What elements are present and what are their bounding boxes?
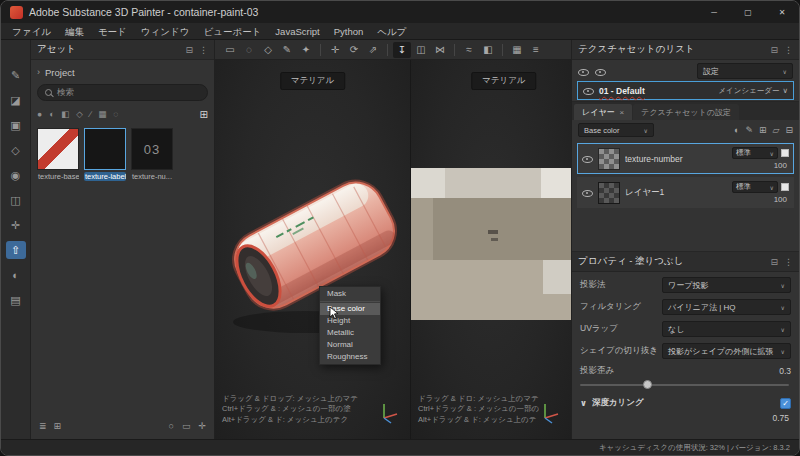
- projection-tool-icon[interactable]: ▣: [6, 116, 26, 134]
- add-folder-icon[interactable]: ▱: [773, 125, 780, 135]
- uv-wrap-dropdown[interactable]: なし ∨: [662, 321, 791, 337]
- slider-knob[interactable]: [643, 380, 652, 389]
- filter-environments-icon[interactable]: ◌: [113, 109, 118, 119]
- layer-row-texture-number[interactable]: texture-number 標準 ∨ 100: [577, 143, 794, 174]
- mirror-toggle-icon[interactable]: ◫: [412, 42, 430, 58]
- list-view-icon[interactable]: ≣: [39, 421, 47, 431]
- axis-gizmo[interactable]: [537, 399, 563, 425]
- solo-eye-icon[interactable]: [595, 66, 606, 77]
- layer-mask-icon[interactable]: [781, 183, 789, 191]
- depth-culling-section[interactable]: ∨ 深度カリング ✓: [580, 397, 791, 409]
- viewport-menu-icon[interactable]: ≡: [527, 42, 545, 58]
- display-settings-tool-icon[interactable]: ◐: [6, 266, 26, 284]
- filter-materials-icon[interactable]: ◐: [49, 109, 54, 119]
- filter-brushes-icon[interactable]: ◇: [76, 109, 83, 119]
- projection-distortion-slider[interactable]: [580, 379, 789, 391]
- menu-file[interactable]: ファイル: [5, 23, 58, 40]
- slider-value[interactable]: 0.3: [779, 366, 791, 376]
- brush-select-tool-icon[interactable]: ✎: [278, 42, 296, 58]
- paint-effect-icon[interactable]: ✎: [745, 125, 753, 135]
- settings-dropdown[interactable]: 設定 ∨: [697, 63, 793, 79]
- add-layer-icon[interactable]: ⊞: [759, 125, 767, 135]
- context-menu-item-mask[interactable]: Mask: [320, 288, 380, 300]
- eraser-tool-icon[interactable]: ◪: [6, 91, 26, 109]
- menu-help[interactable]: ヘルプ: [370, 23, 413, 40]
- shelf-tool-icon[interactable]: ▤: [6, 291, 26, 309]
- rect-select-tool-icon[interactable]: ▭: [221, 42, 239, 58]
- filter-all-icon[interactable]: ●: [37, 109, 42, 119]
- viewport-2d[interactable]: マテリアル ドラッグ & ドロ: メッシュ上のマテ: [411, 60, 571, 439]
- asset-texture-label[interactable]: texture-label: [84, 128, 126, 181]
- asset-texture-number[interactable]: 03 texture-nu...: [131, 128, 173, 181]
- fill-select-tool-icon[interactable]: ✦: [297, 42, 315, 58]
- rotate-manipulator-icon[interactable]: ⟳: [345, 42, 363, 58]
- visibility-eye-icon[interactable]: [583, 85, 594, 96]
- split-view-toggle-icon[interactable]: ◧: [479, 42, 497, 58]
- filter-textures-icon[interactable]: ▦: [98, 109, 106, 119]
- menu-mode[interactable]: モード: [91, 23, 134, 40]
- dock-icon[interactable]: ⊟: [770, 257, 778, 267]
- menu-viewport[interactable]: ビューポート: [196, 23, 268, 40]
- symmetry-toggle-icon[interactable]: ⋈: [431, 42, 449, 58]
- layer-opacity[interactable]: 100: [774, 161, 789, 170]
- menu-javascript[interactable]: JavaScript: [268, 23, 326, 40]
- layer-thumbnail[interactable]: [598, 148, 620, 170]
- tab-layers[interactable]: レイヤー ×: [574, 104, 632, 120]
- layer-mask-icon[interactable]: [781, 149, 789, 157]
- visibility-eye-icon[interactable]: [578, 66, 589, 77]
- context-menu-item-base-color[interactable]: Base color: [320, 303, 380, 315]
- menu-python[interactable]: Python: [327, 23, 371, 40]
- axis-gizmo[interactable]: [376, 399, 402, 425]
- tab-texture-set-settings[interactable]: テクスチャセットの設定: [633, 104, 739, 120]
- viewport-3d[interactable]: マテリアル: [215, 60, 411, 439]
- channel-dropdown[interactable]: Base color ∨: [578, 123, 654, 137]
- context-menu-item-roughness[interactable]: Roughness: [320, 351, 380, 363]
- delete-layer-icon[interactable]: ⊟: [785, 125, 793, 135]
- material-mode-chip-3d[interactable]: マテリアル: [280, 72, 346, 90]
- visibility-eye-icon[interactable]: [582, 153, 593, 164]
- menu-window[interactable]: ウィンドウ: [134, 23, 197, 40]
- dock-icon[interactable]: ⊟: [770, 45, 778, 55]
- lasso-select-tool-icon[interactable]: ◌: [240, 42, 258, 58]
- smudge-tool-icon[interactable]: ◉: [6, 166, 26, 184]
- filtering-dropdown[interactable]: バイリニア法 | HQ ∨: [662, 299, 791, 315]
- display-crosshair-icon[interactable]: ✛: [198, 421, 206, 431]
- paint-tool-icon[interactable]: ✎: [6, 66, 26, 84]
- material-picker-tool-icon[interactable]: ✛: [6, 216, 26, 234]
- filter-smart-materials-icon[interactable]: ◧: [61, 109, 69, 119]
- polygon-select-tool-icon[interactable]: ◇: [259, 42, 277, 58]
- search-input[interactable]: 検索: [37, 84, 208, 101]
- camera-toggle-icon[interactable]: ▦: [508, 42, 526, 58]
- drop-material-tool-icon[interactable]: ↧: [393, 42, 411, 58]
- dock-icon[interactable]: ⊟: [185, 45, 193, 55]
- context-menu-item-normal[interactable]: Normal: [320, 339, 380, 351]
- depth-culling-checkbox[interactable]: ✓: [780, 398, 791, 409]
- visibility-eye-icon[interactable]: [582, 187, 593, 198]
- shape-crop-dropdown[interactable]: 投影がシェイプの外側に拡張 ∨: [662, 343, 791, 359]
- projection-dropdown[interactable]: ワープ投影 ∨: [662, 277, 791, 293]
- panel-menu-icon[interactable]: ⋮: [784, 257, 793, 267]
- export-tool-icon[interactable]: ⇧: [6, 241, 26, 259]
- scale-manipulator-icon[interactable]: ⇗: [364, 42, 382, 58]
- layer-opacity[interactable]: 100: [774, 195, 789, 204]
- display-frame-icon[interactable]: ▭: [182, 421, 191, 431]
- shader-selector[interactable]: メインシェーダー ∨: [718, 86, 788, 96]
- maximize-button[interactable]: ▢: [731, 1, 765, 23]
- falloff-toggle-icon[interactable]: ≈: [460, 42, 478, 58]
- layer-row-layer1[interactable]: レイヤー1 標準 ∨ 100: [577, 177, 794, 208]
- blend-mode-dropdown[interactable]: 標準 ∨: [732, 181, 778, 193]
- polygon-fill-tool-icon[interactable]: ◇: [6, 141, 26, 159]
- close-button[interactable]: ✕: [765, 1, 799, 23]
- panel-menu-icon[interactable]: ⋮: [199, 45, 208, 55]
- filter-alphas-icon[interactable]: ∕: [90, 109, 91, 119]
- blend-mode-dropdown[interactable]: 標準 ∨: [732, 147, 778, 159]
- add-effect-icon[interactable]: ◐: [734, 125, 739, 135]
- menu-edit[interactable]: 編集: [58, 23, 91, 40]
- panel-menu-icon[interactable]: ⋮: [784, 45, 793, 55]
- uv-texture-view[interactable]: [411, 168, 571, 320]
- move-manipulator-icon[interactable]: ✛: [326, 42, 344, 58]
- context-menu-item-metallic[interactable]: Metallic: [320, 327, 380, 339]
- texture-set-row[interactable]: 01 - Default メインシェーダー ∨: [577, 81, 794, 100]
- thumbnail-view-icon[interactable]: ⊞: [54, 421, 62, 431]
- material-mode-chip-2d[interactable]: マテリアル: [471, 72, 537, 90]
